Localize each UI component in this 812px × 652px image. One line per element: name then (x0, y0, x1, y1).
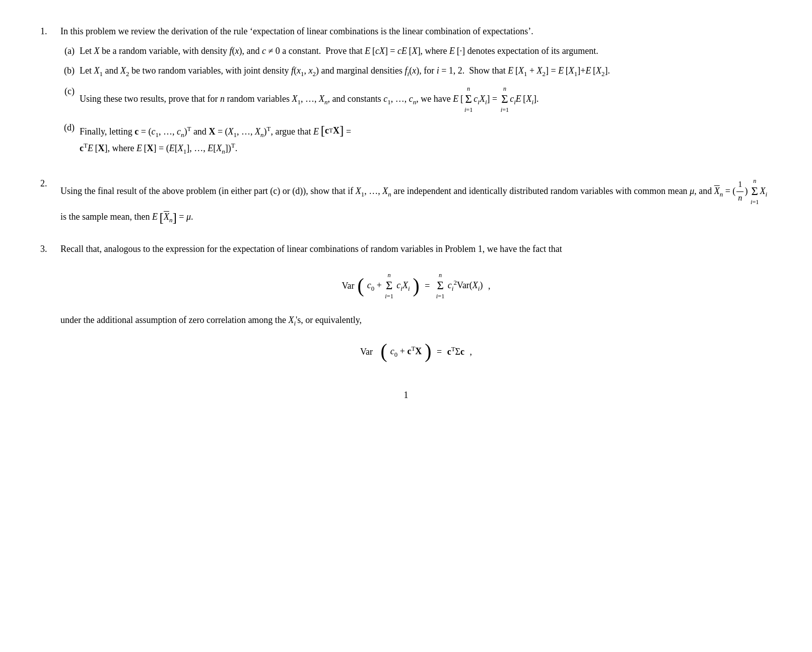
subproblem-d-label: (d) (60, 120, 75, 157)
problem-3-content: Recall that, analogous to the expression… (60, 242, 772, 372)
big-paren-right-2: ) (425, 343, 431, 361)
problem-2: 2. Using the final result of the above p… (40, 176, 772, 228)
var-label-1: Var (342, 279, 355, 293)
subproblem-c: (c) Using these two results, prove that … (60, 84, 772, 115)
big-paren-right-1: ) (413, 277, 420, 295)
big-paren-left-1: ( (358, 277, 364, 295)
subproblem-b-label: (b) (60, 63, 75, 79)
problem-3-number: 3. (40, 242, 54, 372)
big-paren-left-2: ( (381, 343, 387, 361)
subproblem-d: (d) Finally, letting c = (c1, …, cn)T an… (60, 120, 772, 157)
problem-1-content: In this problem we review the derivation… (60, 24, 772, 162)
problem-2-content: Using the final result of the above prob… (60, 176, 772, 228)
display-equation-1: Var ( c0 + nΣi=1 ciXi ) = nΣi=1 ci2Var(X… (60, 271, 772, 302)
page-number: 1 (40, 388, 772, 403)
problem-3-intro: Recall that, analogous to the expression… (60, 244, 562, 254)
display-equation-2: Var ( c0 + cTX ) = cTΣc , (60, 343, 772, 361)
subproblem-b-content: Let X1 and X2 be two random variables, w… (80, 63, 772, 79)
subproblem-a-content: Let X be a random variable, with density… (80, 44, 772, 58)
subproblem-a-label: (a) (60, 44, 75, 58)
problem-1: 1. In this problem we review the derivat… (40, 24, 772, 162)
problem-2-number: 2. (40, 176, 54, 228)
subproblem-d-content: Finally, letting c = (c1, …, cn)T and X … (80, 120, 772, 157)
subproblem-c-content: Using these two results, prove that for … (80, 84, 772, 115)
problem-1-number: 1. (40, 24, 54, 162)
problem-1-intro: In this problem we review the derivation… (60, 26, 533, 36)
problem-1-sublist: (a) Let X be a random variable, with den… (60, 44, 772, 157)
problem-3: 3. Recall that, analogous to the express… (40, 242, 772, 372)
subproblem-c-label: (c) (60, 84, 75, 115)
problem-3-middle: under the additional assumption of zero … (60, 313, 772, 329)
subproblem-a: (a) Let X be a random variable, with den… (60, 44, 772, 58)
var-label-2: Var (360, 345, 373, 359)
subproblem-b: (b) Let X1 and X2 be two random variable… (60, 63, 772, 79)
